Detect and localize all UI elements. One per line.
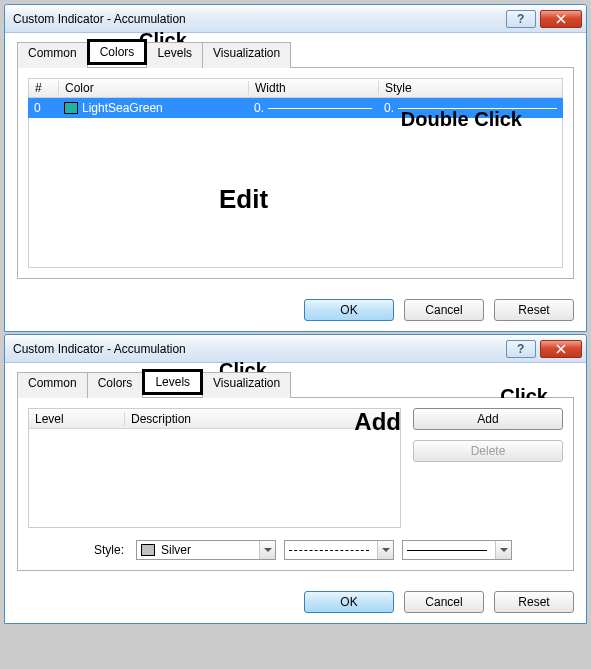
cancel-button[interactable]: Cancel: [404, 299, 484, 321]
ok-button[interactable]: OK: [304, 591, 394, 613]
colors-grid-header: # Color Width Style: [28, 78, 563, 98]
reset-button[interactable]: Reset: [494, 299, 574, 321]
tab-visualization[interactable]: Visualization: [202, 42, 291, 68]
style-value: 0.: [384, 101, 398, 115]
levels-list[interactable]: Level Description: [28, 408, 401, 528]
style-color-combo[interactable]: Silver: [136, 540, 276, 560]
dialog-colors: Custom Indicator - Accumulation ? Click …: [4, 4, 587, 332]
dashed-line-icon: [289, 550, 369, 551]
col-style[interactable]: Style: [379, 81, 562, 95]
annotation-edit: Edit: [219, 184, 268, 215]
style-line-combo[interactable]: [284, 540, 394, 560]
close-button[interactable]: [540, 10, 582, 28]
colors-grid-row[interactable]: 0 LightSeaGreen 0. 0.: [28, 98, 563, 118]
col-color[interactable]: Color: [59, 81, 249, 95]
tab-pane-colors: # Color Width Style 0 LightSeaGreen 0. 0…: [17, 68, 574, 279]
solid-line-icon: [407, 550, 487, 551]
style-width-combo[interactable]: [402, 540, 512, 560]
svg-text:?: ?: [517, 344, 524, 354]
dialog-body: Common Colors Levels Visualization # Col…: [5, 33, 586, 289]
levels-layout: Level Description Add Add Delete: [28, 408, 563, 528]
col-description[interactable]: Description: [125, 412, 400, 426]
levels-grid-header: Level Description: [29, 409, 400, 429]
tab-colors[interactable]: Colors: [87, 39, 148, 65]
add-button[interactable]: Add: [413, 408, 563, 430]
close-button[interactable]: [540, 340, 582, 358]
style-preview-line: [398, 108, 557, 109]
levels-buttons: Add Delete: [413, 408, 563, 528]
tab-colors[interactable]: Colors: [87, 372, 144, 398]
style-color-name: Silver: [161, 543, 191, 557]
dialog-body: Common Colors Levels Visualization Click…: [5, 363, 586, 581]
style-label: Style:: [28, 543, 124, 557]
tab-common[interactable]: Common: [17, 42, 88, 68]
button-row: OK Cancel Reset: [5, 289, 586, 331]
colors-grid-body: Double Click Edit: [28, 118, 563, 268]
cancel-button[interactable]: Cancel: [404, 591, 484, 613]
col-level[interactable]: Level: [29, 412, 125, 426]
tab-visualization[interactable]: Visualization: [202, 372, 291, 398]
chevron-down-icon: [495, 541, 511, 559]
color-swatch-icon: [64, 102, 78, 114]
width-value: 0.: [254, 101, 268, 115]
col-width[interactable]: Width: [249, 81, 379, 95]
cell-index: 0: [28, 101, 58, 115]
button-row: OK Cancel Reset: [5, 581, 586, 623]
cell-width: 0.: [248, 101, 378, 115]
dialog-levels: Custom Indicator - Accumulation ? Click …: [4, 334, 587, 624]
reset-button[interactable]: Reset: [494, 591, 574, 613]
tabs: Common Colors Levels Visualization: [17, 371, 574, 398]
titlebar[interactable]: Custom Indicator - Accumulation ?: [5, 335, 586, 363]
help-button[interactable]: ?: [506, 340, 536, 358]
window-title: Custom Indicator - Accumulation: [13, 342, 506, 356]
color-name: LightSeaGreen: [82, 101, 163, 115]
delete-button: Delete: [413, 440, 563, 462]
chevron-down-icon: [377, 541, 393, 559]
width-preview-line: [268, 108, 372, 109]
tab-common[interactable]: Common: [17, 372, 88, 398]
cell-style: 0.: [378, 101, 563, 115]
svg-text:?: ?: [517, 14, 524, 24]
ok-button[interactable]: OK: [304, 299, 394, 321]
window-title: Custom Indicator - Accumulation: [13, 12, 506, 26]
help-button[interactable]: ?: [506, 10, 536, 28]
tab-levels[interactable]: Levels: [146, 42, 203, 68]
silver-swatch-icon: [141, 544, 155, 556]
tab-pane-levels: Level Description Add Add Delete Style: …: [17, 398, 574, 571]
tab-levels[interactable]: Levels: [142, 369, 203, 395]
chevron-down-icon: [259, 541, 275, 559]
col-num[interactable]: #: [29, 81, 59, 95]
cell-color: LightSeaGreen: [58, 101, 248, 115]
titlebar[interactable]: Custom Indicator - Accumulation ?: [5, 5, 586, 33]
tabs: Common Colors Levels Visualization: [17, 41, 574, 68]
style-bar: Style: Silver: [28, 540, 563, 560]
